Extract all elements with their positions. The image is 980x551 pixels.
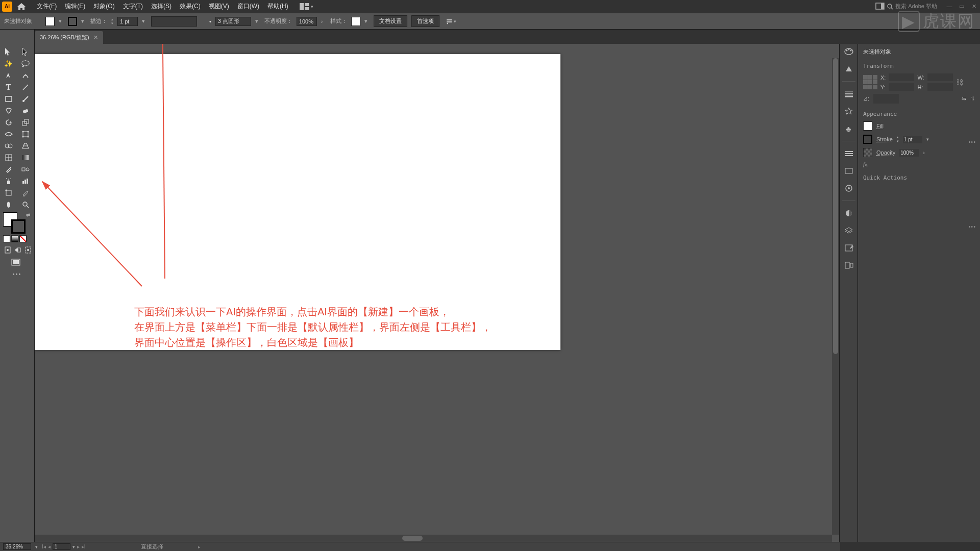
home-icon[interactable] bbox=[15, 1, 28, 13]
opacity-input[interactable] bbox=[297, 17, 317, 26]
lasso-tool-icon[interactable] bbox=[19, 58, 33, 69]
arrange-docs-icon[interactable]: ▾ bbox=[300, 3, 313, 10]
fx-label[interactable]: fx. bbox=[863, 161, 975, 167]
swap-fill-stroke-icon[interactable]: ⇄ bbox=[26, 212, 30, 218]
direct-selection-tool-icon[interactable] bbox=[19, 46, 33, 58]
blend-tool-icon[interactable] bbox=[19, 163, 33, 175]
symbol-sprayer-tool-icon[interactable] bbox=[2, 175, 16, 187]
type-tool-icon[interactable]: T bbox=[2, 81, 16, 93]
draw-behind-icon[interactable] bbox=[15, 245, 21, 255]
artboard-tool-icon[interactable] bbox=[2, 187, 16, 198]
screen-mode-toggle-icon[interactable] bbox=[2, 256, 30, 268]
appearance-opacity-input[interactable] bbox=[899, 149, 919, 157]
scrollbar-vertical[interactable] bbox=[832, 58, 839, 535]
flip-v-icon[interactable]: ⥮ bbox=[970, 95, 975, 102]
vrp-swatch[interactable] bbox=[151, 16, 197, 27]
transparency-panel-icon[interactable] bbox=[842, 207, 855, 220]
scale-tool-icon[interactable] bbox=[19, 116, 33, 128]
edit-toolbar-icon[interactable]: ••• bbox=[0, 268, 34, 280]
menu-edit[interactable]: 编辑(E) bbox=[61, 0, 89, 13]
screen-mode-icon[interactable] bbox=[876, 3, 884, 10]
opacity-dropdown[interactable]: › bbox=[321, 18, 326, 24]
transform-panel-icon[interactable] bbox=[842, 164, 855, 178]
stroke-input[interactable] bbox=[117, 17, 138, 26]
search-help[interactable]: 搜索 Adobe 帮助 bbox=[887, 3, 937, 10]
zoom-tool-icon[interactable] bbox=[19, 198, 33, 210]
appearance-stroke-stepper[interactable]: ▴▾ bbox=[897, 135, 899, 143]
color-chip[interactable] bbox=[3, 235, 10, 242]
free-transform-tool-icon[interactable] bbox=[19, 128, 33, 140]
appearance-stroke-input[interactable] bbox=[903, 136, 922, 143]
menu-type[interactable]: 文字(T) bbox=[119, 0, 147, 13]
appearance-stroke-swatch[interactable] bbox=[863, 135, 872, 144]
menu-select[interactable]: 选择(S) bbox=[147, 0, 176, 13]
menu-window[interactable]: 窗口(W) bbox=[233, 0, 263, 13]
pen-tool-icon[interactable] bbox=[2, 69, 16, 81]
link-wh-icon[interactable]: ⛓ bbox=[956, 78, 963, 86]
artboard[interactable]: 下面我们来认识一下AI的操作界面，点击AI界面的【新建】一个画板， 在界面上方是… bbox=[35, 54, 560, 350]
fill-stroke-control[interactable]: ⇄ bbox=[0, 210, 34, 234]
draw-normal-icon[interactable] bbox=[5, 245, 11, 255]
none-chip[interactable] bbox=[19, 235, 27, 242]
perspective-tool-icon[interactable] bbox=[19, 140, 33, 152]
minimize-button[interactable]: — bbox=[945, 3, 953, 10]
doc-setup-button[interactable]: 文档设置 bbox=[374, 15, 407, 27]
brush-tool-icon[interactable] bbox=[19, 93, 33, 105]
appearance-stroke-dropdown[interactable]: ▾ bbox=[926, 137, 929, 142]
menu-effect[interactable]: 效果(C) bbox=[176, 0, 205, 13]
angle-input[interactable] bbox=[873, 94, 899, 104]
x-input[interactable] bbox=[889, 73, 914, 81]
brushes-panel-icon[interactable]: ♣ bbox=[842, 122, 855, 135]
mesh-tool-icon[interactable] bbox=[2, 152, 16, 163]
appearance-panel-icon[interactable] bbox=[842, 182, 855, 195]
appearance-fill-swatch[interactable] bbox=[863, 121, 872, 131]
curvature-tool-icon[interactable] bbox=[19, 69, 33, 81]
menu-view[interactable]: 视图(V) bbox=[205, 0, 233, 13]
style-dropdown[interactable]: ▾ bbox=[364, 18, 370, 24]
appearance-opacity-expand[interactable]: › bbox=[923, 149, 925, 156]
close-button[interactable]: ✕ bbox=[970, 3, 978, 10]
brush-dropdown[interactable]: ▾ bbox=[255, 18, 260, 24]
draw-inside-icon[interactable] bbox=[25, 245, 31, 255]
eraser-tool-icon[interactable] bbox=[19, 105, 33, 116]
menu-help[interactable]: 帮助(H) bbox=[263, 0, 292, 13]
slice-tool-icon[interactable] bbox=[19, 187, 33, 198]
menu-object[interactable]: 对象(O) bbox=[89, 0, 118, 13]
shape-builder-tool-icon[interactable] bbox=[2, 140, 16, 152]
transform-more-icon[interactable]: ••• bbox=[968, 139, 976, 145]
brush-input[interactable] bbox=[215, 17, 251, 26]
stroke-color[interactable] bbox=[11, 219, 26, 234]
h-input[interactable] bbox=[927, 83, 953, 91]
align-panel-icon[interactable] bbox=[842, 147, 855, 160]
prefs-button[interactable]: 首选项 bbox=[411, 15, 439, 27]
gradient-tool-icon[interactable] bbox=[19, 152, 33, 163]
close-icon[interactable]: ✕ bbox=[93, 34, 98, 41]
selection-tool-icon[interactable] bbox=[2, 46, 16, 58]
layers-panel-icon[interactable] bbox=[842, 224, 855, 237]
stroke-unit-dropdown[interactable]: ▾ bbox=[142, 18, 147, 24]
hand-tool-icon[interactable] bbox=[2, 198, 16, 210]
magic-wand-tool-icon[interactable]: ✨ bbox=[2, 58, 16, 69]
color-panel-icon[interactable] bbox=[842, 45, 855, 58]
stroke-stepper[interactable]: ▴▾ bbox=[111, 17, 113, 26]
canvas-area[interactable]: ➤ 下面我们来认识一下AI的操作界面，点击AI界面的【新建】一个画板， 在界面上… bbox=[35, 44, 839, 542]
y-input[interactable] bbox=[889, 83, 914, 91]
style-swatch[interactable] bbox=[351, 17, 360, 26]
menu-file[interactable]: 文件(F) bbox=[33, 0, 61, 13]
appearance-opacity-swatch[interactable] bbox=[863, 148, 872, 157]
maximize-button[interactable]: ▭ bbox=[958, 3, 966, 10]
gradient-chip[interactable] bbox=[11, 235, 18, 242]
stroke-dropdown[interactable]: ▾ bbox=[81, 18, 86, 24]
artboards-panel-icon[interactable] bbox=[842, 259, 855, 272]
stroke-panel-icon[interactable] bbox=[842, 87, 855, 101]
scrollbar-horizontal[interactable] bbox=[35, 535, 832, 542]
rotate-tool-icon[interactable] bbox=[2, 116, 16, 128]
flip-h-icon[interactable]: ⇋ bbox=[962, 95, 966, 102]
symbols-panel-icon[interactable] bbox=[842, 105, 855, 118]
shaper-tool-icon[interactable] bbox=[2, 105, 16, 116]
document-tab[interactable]: 36.26% (RGB/预览) ✕ bbox=[35, 31, 103, 44]
rectangle-tool-icon[interactable] bbox=[2, 93, 16, 105]
w-input[interactable] bbox=[927, 73, 953, 81]
align-toggle-icon[interactable]: ▾ bbox=[446, 18, 456, 25]
eyedropper-tool-icon[interactable] bbox=[2, 163, 16, 175]
